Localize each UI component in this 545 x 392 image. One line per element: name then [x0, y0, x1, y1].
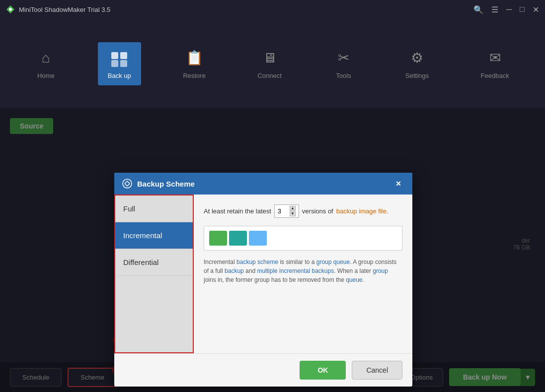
navbar: ⌂ Home Back up 📋 Restore 🖥 Connect ✂ [0, 19, 545, 108]
content-area: Source der 76 GB ON 2 3 [0, 108, 545, 392]
retain-input-wrap: ▲ ▼ [274, 204, 299, 218]
desc-keyword5: group [373, 267, 388, 274]
scheme-full[interactable]: Full [115, 196, 193, 222]
viz-bar [204, 226, 402, 251]
minimize-icon[interactable]: ─ [506, 5, 512, 14]
maximize-icon[interactable]: □ [520, 5, 525, 14]
scheme-content: At least retain the latest ▲ ▼ versions … [194, 195, 412, 353]
feedback-icon: ✉ [485, 48, 505, 68]
nav-item-settings[interactable]: ⚙ Settings [395, 42, 439, 85]
svg-rect-4 [111, 60, 118, 67]
desc-text4: and [244, 267, 257, 274]
svg-rect-5 [120, 60, 127, 67]
viz-block-inc2 [249, 231, 267, 246]
retain-arrows: ▲ ▼ [290, 206, 296, 216]
tools-icon: ✂ [333, 48, 353, 68]
close-icon[interactable]: ✕ [533, 5, 539, 14]
dialog-footer: OK Cancel [114, 353, 412, 387]
desc-keyword1: backup scheme [236, 259, 278, 265]
nav-item-feedback[interactable]: ✉ Feedback [471, 42, 519, 85]
nav-label-restore: Restore [183, 72, 206, 79]
desc-keyword6: queue [346, 276, 362, 283]
scheme-differential[interactable]: Differential [115, 249, 193, 276]
retain-prefix: At least retain the latest [204, 207, 271, 215]
retain-suffix: versions of [302, 207, 333, 215]
desc-text6: joins in, the former group has to be rem… [204, 276, 346, 283]
retain-up-arrow[interactable]: ▲ [290, 206, 296, 211]
nav-label-connect: Connect [257, 72, 281, 79]
settings-icon: ⚙ [407, 48, 427, 68]
window-controls: 🔍 ☰ ─ □ ✕ [473, 5, 539, 14]
desc-text1: Incremental [204, 259, 236, 265]
app-logo [6, 5, 15, 14]
home-icon: ⌂ [36, 48, 56, 68]
menu-icon[interactable]: ☰ [491, 5, 498, 14]
nav-label-feedback: Feedback [481, 72, 509, 79]
svg-rect-3 [120, 52, 127, 59]
retain-keyword: backup image file. [336, 207, 389, 215]
nav-label-tools: Tools [336, 72, 351, 79]
nav-item-backup[interactable]: Back up [98, 42, 141, 85]
scheme-incremental[interactable]: Incremental [115, 222, 193, 249]
connect-icon: 🖥 [260, 48, 280, 68]
svg-point-6 [123, 179, 132, 188]
ok-button[interactable]: OK [300, 361, 346, 380]
nav-item-home[interactable]: ⌂ Home [26, 42, 66, 85]
scheme-panel: Full Incremental Differential [114, 195, 194, 353]
svg-rect-2 [111, 52, 118, 59]
retain-down-arrow[interactable]: ▼ [290, 211, 296, 216]
retain-row: At least retain the latest ▲ ▼ versions … [204, 204, 402, 218]
app-main: ⌂ Home Back up 📋 Restore 🖥 Connect ✂ [0, 19, 545, 392]
scheme-dialog-icon [122, 179, 132, 189]
nav-item-connect[interactable]: 🖥 Connect [247, 42, 291, 85]
dialog-title: Backup Scheme [137, 180, 195, 188]
nav-item-restore[interactable]: 📋 Restore [173, 42, 216, 85]
dialog-header: Backup Scheme × [114, 173, 412, 195]
desc-keyword2: group queue [316, 259, 350, 265]
dialog-body: Full Incremental Differential At least r… [114, 195, 412, 353]
restore-icon: 📋 [184, 48, 204, 68]
desc-keyword4: multiple incremental backups [257, 267, 334, 274]
app-title: MiniTool ShadowMaker Trial 3.5 [19, 6, 473, 13]
cancel-button[interactable]: Cancel [352, 361, 402, 380]
svg-point-1 [9, 8, 12, 11]
backup-scheme-dialog: Backup Scheme × Full Incremental Differe… [114, 173, 412, 387]
nav-label-settings: Settings [405, 72, 429, 79]
backup-icon [109, 48, 129, 68]
nav-label-home: Home [37, 72, 55, 79]
viz-block-inc1 [229, 231, 247, 246]
desc-text2: is similar to a [278, 259, 316, 265]
search-icon[interactable]: 🔍 [473, 5, 483, 14]
nav-label-backup: Back up [108, 72, 131, 79]
desc-text7: . [363, 276, 364, 283]
desc-keyword3: backup [225, 267, 244, 274]
viz-block-full [209, 231, 227, 246]
dialog-close-button[interactable]: × [392, 178, 404, 190]
retain-value-input[interactable] [278, 207, 289, 215]
nav-item-tools[interactable]: ✂ Tools [323, 42, 363, 85]
scheme-description: Incremental backup scheme is similar to … [204, 258, 402, 284]
titlebar: MiniTool ShadowMaker Trial 3.5 🔍 ☰ ─ □ ✕ [0, 0, 545, 19]
desc-text5: . When a later [334, 267, 373, 274]
